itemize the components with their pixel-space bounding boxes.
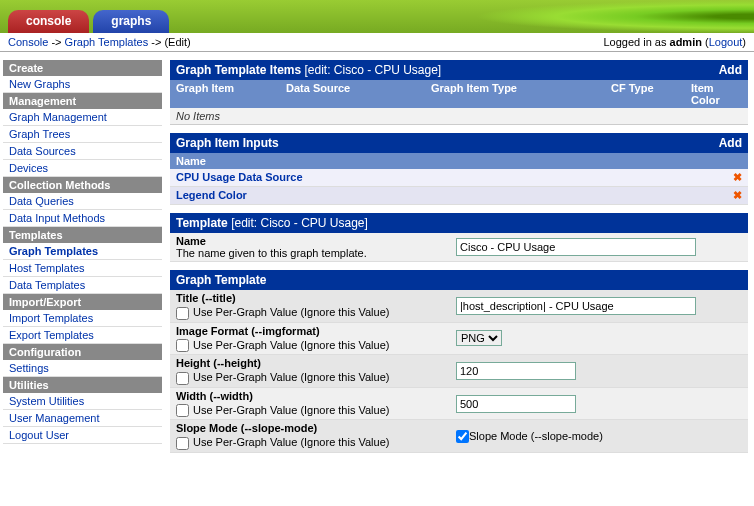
gii-row: CPU Usage Data Source ✖ — [170, 169, 748, 187]
gt-height-input[interactable] — [456, 362, 576, 380]
logout-link[interactable]: Logout — [709, 36, 743, 48]
gt-imgfmt-select[interactable]: PNG — [456, 330, 502, 346]
gt-imgfmt-label: Image Format (--imgformat) — [176, 325, 320, 337]
breadcrumb: Console -> Graph Templates -> (Edit) — [8, 36, 191, 48]
use-per-graph-label: Use Per-Graph Value (Ignore this Value) — [193, 371, 389, 383]
gii-row: Legend Color ✖ — [170, 187, 748, 205]
gt-title: Graph Template — [176, 273, 266, 287]
sidebar-header-collection-methods: Collection Methods — [3, 177, 162, 193]
gt-slope-checkbox[interactable] — [456, 430, 469, 443]
graph-item-inputs-header: Graph Item Inputs Add — [170, 133, 748, 153]
sidebar-header-management: Management — [3, 93, 162, 109]
sidebar-item-data-input-methods[interactable]: Data Input Methods — [3, 210, 162, 227]
template-name-input[interactable] — [456, 238, 696, 256]
sidebar-item-graph-trees[interactable]: Graph Trees — [3, 126, 162, 143]
gt-height-row: Height (--height) Use Per-Graph Value (I… — [170, 355, 748, 388]
gt-height-label: Height (--height) — [176, 357, 261, 369]
delete-icon[interactable]: ✖ — [733, 189, 742, 202]
template-name-label: Name — [176, 235, 206, 247]
gti-no-items: No Items — [170, 108, 748, 125]
gt-slope-cb-label: Slope Mode (--slope-mode) — [469, 430, 603, 442]
delete-icon[interactable]: ✖ — [733, 171, 742, 184]
sidebar-item-settings[interactable]: Settings — [3, 360, 162, 377]
sidebar-item-user-management[interactable]: User Management — [3, 410, 162, 427]
gt-slope-label: Slope Mode (--slope-mode) — [176, 422, 317, 434]
top-tabs: console graphs — [0, 0, 754, 33]
sidebar-item-data-queries[interactable]: Data Queries — [3, 193, 162, 210]
gt-slope-row: Slope Mode (--slope-mode) Use Per-Graph … — [170, 420, 748, 453]
gti-add-button[interactable]: Add — [719, 63, 742, 77]
gt-imgfmt-row: Image Format (--imgformat) Use Per-Graph… — [170, 323, 748, 356]
col-graph-item: Graph Item — [176, 82, 286, 106]
sidebar-header-templates: Templates — [3, 227, 162, 243]
sidebar-header-utilities: Utilities — [3, 377, 162, 393]
col-data-source: Data Source — [286, 82, 431, 106]
col-item-color: Item Color — [691, 82, 742, 106]
breadcrumb-bar: Console -> Graph Templates -> (Edit) Log… — [0, 33, 754, 52]
gii-row-link[interactable]: CPU Usage Data Source — [176, 171, 303, 184]
gt-width-label: Width (--width) — [176, 390, 253, 402]
sidebar-header-configuration: Configuration — [3, 344, 162, 360]
breadcrumb-console[interactable]: Console — [8, 36, 48, 48]
gti-columns: Graph Item Data Source Graph Item Type C… — [170, 80, 748, 108]
gt-width-input[interactable] — [456, 395, 576, 413]
gt-height-pergraph-checkbox[interactable] — [176, 372, 189, 385]
gt-title-input[interactable] — [456, 297, 696, 315]
use-per-graph-label: Use Per-Graph Value (Ignore this Value) — [193, 306, 389, 318]
gti-edit-label: [edit: Cisco - CPU Usage] — [301, 63, 441, 77]
template-edit-label: [edit: Cisco - CPU Usage] — [228, 216, 368, 230]
gt-width-row: Width (--width) Use Per-Graph Value (Ign… — [170, 388, 748, 421]
tab-graphs[interactable]: graphs — [93, 10, 169, 33]
use-per-graph-label: Use Per-Graph Value (Ignore this Value) — [193, 404, 389, 416]
graph-template-items-header: Graph Template Items [edit: Cisco - CPU … — [170, 60, 748, 80]
gt-width-pergraph-checkbox[interactable] — [176, 404, 189, 417]
template-name-help: The name given to this graph template. — [176, 247, 367, 259]
sidebar-item-system-utilities[interactable]: System Utilities — [3, 393, 162, 410]
gt-title-pergraph-checkbox[interactable] — [176, 307, 189, 320]
sidebar-item-data-sources[interactable]: Data Sources — [3, 143, 162, 160]
template-title: Template — [176, 216, 228, 230]
sidebar: Create New Graphs Management Graph Manag… — [0, 52, 168, 459]
template-header: Template [edit: Cisco - CPU Usage] — [170, 213, 748, 233]
gii-add-button[interactable]: Add — [719, 136, 742, 150]
use-per-graph-label: Use Per-Graph Value (Ignore this Value) — [193, 339, 389, 351]
use-per-graph-label: Use Per-Graph Value (Ignore this Value) — [193, 436, 389, 448]
gii-row-link[interactable]: Legend Color — [176, 189, 247, 202]
tab-console[interactable]: console — [8, 10, 89, 33]
template-name-row: Name The name given to this graph templa… — [170, 233, 748, 262]
sidebar-header-create: Create — [3, 60, 162, 76]
sidebar-item-data-templates[interactable]: Data Templates — [3, 277, 162, 294]
sidebar-item-new-graphs[interactable]: New Graphs — [3, 76, 162, 93]
sidebar-item-graph-management[interactable]: Graph Management — [3, 109, 162, 126]
gt-title-row: Title (--title) Use Per-Graph Value (Ign… — [170, 290, 748, 323]
logged-in-label: Logged in as — [603, 36, 669, 48]
content: Graph Template Items [edit: Cisco - CPU … — [168, 52, 754, 459]
sidebar-item-logout-user[interactable]: Logout User — [3, 427, 162, 444]
logged-in-user: admin — [670, 36, 702, 48]
breadcrumb-graph-templates[interactable]: Graph Templates — [65, 36, 149, 48]
gt-slope-pergraph-checkbox[interactable] — [176, 437, 189, 450]
breadcrumb-sep: -> — [51, 36, 64, 48]
sidebar-item-export-templates[interactable]: Export Templates — [3, 327, 162, 344]
gti-title: Graph Template Items — [176, 63, 301, 77]
sidebar-item-host-templates[interactable]: Host Templates — [3, 260, 162, 277]
gt-imgfmt-pergraph-checkbox[interactable] — [176, 339, 189, 352]
sidebar-item-import-templates[interactable]: Import Templates — [3, 310, 162, 327]
gt-title-label: Title (--title) — [176, 292, 236, 304]
graph-template-header: Graph Template — [170, 270, 748, 290]
gii-title: Graph Item Inputs — [176, 136, 279, 150]
gii-name-col: Name — [170, 153, 748, 169]
breadcrumb-edit: (Edit) — [164, 36, 190, 48]
sidebar-header-import-export: Import/Export — [3, 294, 162, 310]
breadcrumb-sep: -> — [151, 36, 164, 48]
sidebar-item-graph-templates[interactable]: Graph Templates — [3, 243, 162, 260]
col-graph-item-type: Graph Item Type — [431, 82, 611, 106]
sidebar-item-devices[interactable]: Devices — [3, 160, 162, 177]
login-status: Logged in as admin (Logout) — [603, 36, 746, 48]
col-cf-type: CF Type — [611, 82, 691, 106]
